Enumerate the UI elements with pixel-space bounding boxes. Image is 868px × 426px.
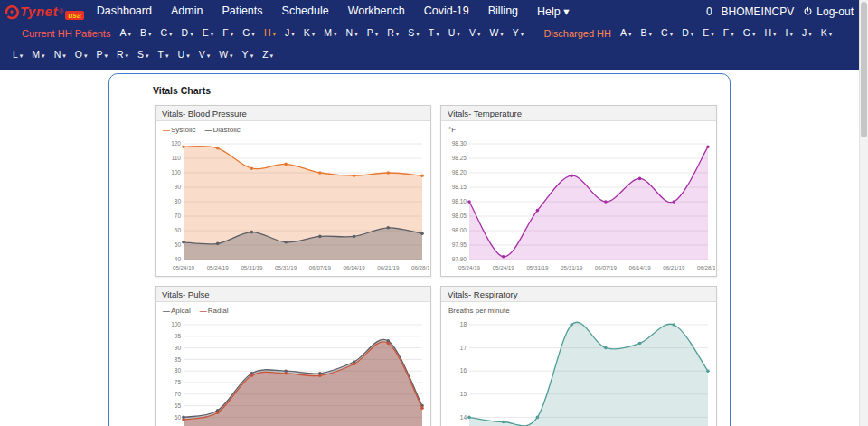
nav-item-schedule[interactable]: Schedule	[282, 5, 329, 18]
patient-letter-u[interactable]: U▾	[448, 24, 460, 43]
patient-letter-p[interactable]: P▾	[96, 45, 108, 65]
nav-item-help[interactable]: Help ▾	[537, 5, 569, 18]
chevron-down-icon: ▾	[126, 52, 129, 59]
patient-letter-z[interactable]: Z▾	[262, 45, 273, 65]
patient-letter-y[interactable]: Y▾	[513, 24, 524, 43]
svg-text:05/24/19: 05/24/19	[207, 264, 230, 270]
chevron-down-icon: ▾	[500, 31, 504, 37]
logo-text: Tynet	[20, 4, 58, 19]
legend-diastolic: —Diastolic	[205, 126, 241, 134]
tynet-swirl-icon	[4, 4, 20, 20]
svg-text:110: 110	[172, 155, 182, 161]
patient-letter-m[interactable]: M▾	[324, 24, 336, 43]
chevron-down-icon: ▾	[291, 31, 295, 37]
patient-letter-u[interactable]: U▾	[178, 45, 190, 65]
svg-text:80: 80	[175, 367, 182, 374]
patient-letter-t[interactable]: T▾	[429, 24, 439, 43]
page-title: Vitals Charts	[153, 85, 730, 96]
svg-text:05/24/19: 05/24/19	[493, 264, 515, 270]
patient-letter-j[interactable]: J▾	[802, 24, 812, 43]
patient-letter-t[interactable]: T▾	[158, 45, 169, 65]
patient-letters-bar: Current HH Patients A▾B▾C▾D▾E▾F▾G▾H▾J▾K▾…	[0, 23, 868, 70]
chevron-down-icon: ▾	[211, 31, 214, 37]
logout-button[interactable]: Log-out	[803, 5, 854, 18]
patient-letter-s[interactable]: S▾	[137, 45, 149, 65]
chevron-down-icon: ▾	[670, 31, 674, 37]
chevron-down-icon: ▾	[334, 31, 337, 37]
patient-letter-d[interactable]: D▾	[182, 24, 193, 43]
patient-letter-y[interactable]: Y▾	[242, 45, 254, 65]
patient-letter-o[interactable]: O▾	[75, 45, 88, 65]
chevron-down-icon: ▾	[42, 52, 45, 59]
patient-letter-e[interactable]: E▾	[703, 24, 714, 43]
chevron-down-icon: ▾	[752, 31, 756, 37]
chevron-down-icon: ▾	[169, 31, 173, 37]
patient-letter-b[interactable]: B▾	[641, 24, 653, 43]
patient-letter-i[interactable]: I▾	[786, 24, 793, 43]
patient-letter-r[interactable]: R▾	[387, 24, 399, 43]
svg-text:95: 95	[175, 333, 182, 339]
patient-letter-c[interactable]: C▾	[161, 24, 173, 43]
patient-letter-p[interactable]: P▾	[367, 24, 379, 43]
top-nav-right: 0 BHOMEINCPV Log-out	[706, 5, 854, 18]
legend-apical: —Apical	[163, 307, 191, 315]
patient-letter-w[interactable]: W▾	[219, 45, 232, 65]
patient-letter-f[interactable]: F▾	[723, 24, 734, 43]
svg-text:98.05: 98.05	[452, 213, 467, 219]
patient-letter-n[interactable]: N▾	[346, 24, 358, 43]
scrollbar-thumb[interactable]	[861, 2, 867, 137]
svg-text:60: 60	[175, 227, 182, 233]
patient-letter-l[interactable]: L▾	[13, 45, 23, 65]
svg-text:06/28/19: 06/28/19	[411, 264, 429, 270]
chevron-down-icon: ▾	[207, 52, 211, 59]
nav-item-workbench[interactable]: Workbench	[348, 5, 405, 18]
chart-title-pulse: Vitals- Pulse	[156, 287, 430, 302]
patient-letter-d[interactable]: D▾	[682, 24, 693, 43]
patient-letter-e[interactable]: E▾	[203, 24, 214, 43]
patient-letter-b[interactable]: B▾	[140, 24, 152, 43]
patient-letter-f[interactable]: F▾	[222, 24, 233, 43]
patient-letter-g[interactable]: G▾	[743, 24, 756, 43]
chevron-down-icon: ▾	[104, 52, 108, 59]
patient-letter-m[interactable]: M▾	[32, 45, 44, 65]
svg-text:16: 16	[460, 367, 467, 374]
patient-letter-r[interactable]: R▾	[117, 45, 128, 65]
svg-text:05/24/19: 05/24/19	[173, 264, 195, 270]
svg-text:90: 90	[175, 184, 182, 190]
tynet-logo[interactable]: Tynet®usa	[4, 4, 84, 20]
chevron-down-icon: ▾	[436, 31, 439, 37]
patient-letter-h[interactable]: H▾	[264, 24, 276, 43]
nav-item-admin[interactable]: Admin	[171, 5, 203, 18]
vertical-scrollbar[interactable]	[859, 0, 868, 426]
patient-letter-v[interactable]: V▾	[199, 45, 211, 65]
svg-text:50: 50	[175, 241, 182, 248]
nav-item-billing[interactable]: Billing	[488, 5, 518, 18]
chevron-down-icon: ▾	[711, 31, 714, 37]
svg-text:06/14/19: 06/14/19	[344, 264, 366, 270]
logo-registered-mark: ®	[59, 8, 63, 14]
patient-letter-h[interactable]: H▾	[764, 24, 776, 43]
svg-text:65: 65	[175, 402, 182, 409]
nav-item-covid-19[interactable]: Covid-19	[424, 5, 469, 18]
chart-unit-temperature: °F	[441, 121, 716, 137]
chart-panel-blood-pressure: Vitals- Blood Pressure —Systolic—Diastol…	[155, 105, 431, 277]
nav-item-dashboard[interactable]: Dashboard	[97, 5, 152, 18]
chevron-down-icon: ▾	[773, 31, 777, 37]
patient-letter-w[interactable]: W▾	[489, 24, 503, 43]
nav-item-patients[interactable]: Patients	[222, 5, 262, 18]
patient-letter-v[interactable]: V▾	[469, 24, 481, 43]
patient-letter-k[interactable]: K▾	[304, 24, 316, 43]
chevron-down-icon: ▾	[84, 52, 88, 59]
username-label[interactable]: BHOMEINCPV	[722, 5, 795, 18]
chevron-down-icon: ▾	[231, 31, 234, 37]
patient-letter-j[interactable]: J▾	[285, 24, 295, 43]
patient-letter-n[interactable]: N▾	[54, 45, 66, 65]
patient-letter-a[interactable]: A▾	[620, 24, 632, 43]
chevron-down-icon: ▾	[789, 31, 793, 37]
patient-letter-k[interactable]: K▾	[821, 24, 833, 43]
patient-letter-g[interactable]: G▾	[242, 24, 255, 43]
patient-letter-c[interactable]: C▾	[661, 24, 673, 43]
chevron-down-icon: ▾	[457, 31, 460, 37]
patient-letter-a[interactable]: A▾	[119, 24, 131, 43]
patient-letter-s[interactable]: S▾	[408, 24, 420, 43]
